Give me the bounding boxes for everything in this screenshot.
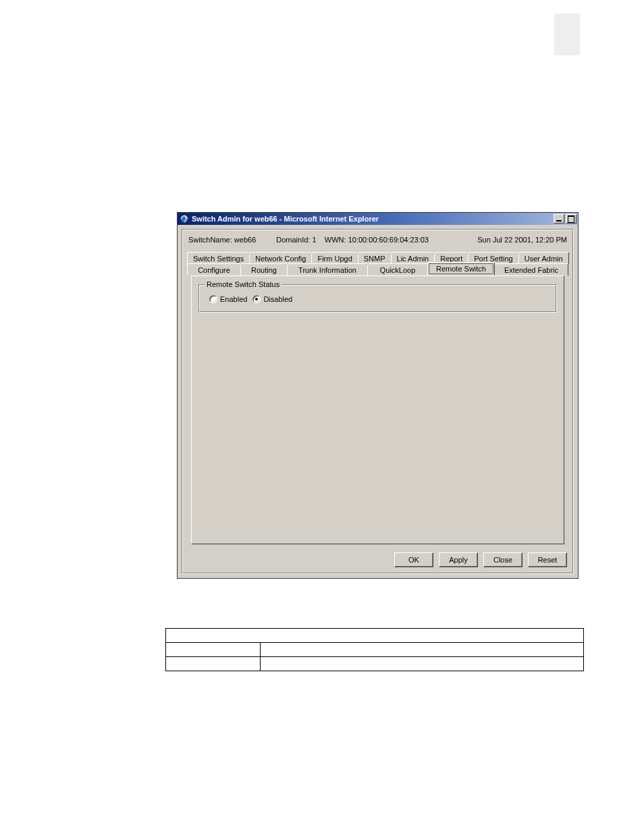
ok-button[interactable]: OK [394,552,433,567]
tab-remote-switch[interactable]: Remote Switch [427,262,495,276]
radio-disabled[interactable]: Disabled [252,295,292,303]
radio-enabled-label: Enabled [220,295,247,303]
radio-disabled-label: Disabled [263,295,292,303]
tab-extended-fabric[interactable]: Extended Fabric [494,263,568,276]
domainid-value: 1 [312,236,316,244]
table-cell [261,657,584,671]
tab-network-config[interactable]: Network Config [249,252,312,264]
table-cell [261,643,584,657]
remote-switch-status-group: Remote Switch Status Enabled [198,284,557,313]
wwn-label: WWN: [325,236,346,244]
tab-firm-upgd[interactable]: Firm Upgd [311,252,358,264]
tab-quickloop[interactable]: QuickLoop [367,263,428,276]
table-cell [166,643,261,657]
timestamp: Sun Jul 22 2001, 12:20 PM [477,236,567,244]
window-title: Switch Admin for web66 - Microsoft Inter… [192,215,554,223]
table-cell [166,657,261,671]
description-table [165,628,584,671]
switchname-value: web66 [234,236,256,244]
tab-strip: Switch Settings Network Config Firm Upgd… [183,252,572,544]
radio-icon [209,295,217,303]
tab-trunk-information[interactable]: Trunk Information [287,263,368,276]
window-titlebar[interactable]: Switch Admin for web66 - Microsoft Inter… [178,213,578,225]
button-bar: OK Apply Close Reset [183,548,572,573]
tab-user-admin[interactable]: User Admin [518,252,569,264]
info-bar: SwitchName: web66 DomainId: 1 WWN: 10:00… [183,230,572,251]
reset-button[interactable]: Reset [528,552,567,567]
table-row [166,643,584,657]
group-legend: Remote Switch Status [205,280,281,288]
window-minimize-button[interactable] [554,214,564,224]
switchname-label: SwitchName: [188,236,232,244]
wwn-value: 10:00:00:60:69:04:23:03 [348,236,429,244]
tab-routing[interactable]: Routing [240,263,288,276]
table-row [166,657,584,671]
domainid-label: DomainId: [276,236,310,244]
tab-switch-settings[interactable]: Switch Settings [187,252,250,264]
ie-icon [180,214,189,224]
close-button[interactable]: Close [483,552,522,567]
radio-enabled[interactable]: Enabled [209,295,247,303]
radio-icon [252,295,261,303]
tab-configure[interactable]: Configure [187,263,241,276]
ie-window: Switch Admin for web66 - Microsoft Inter… [177,212,579,579]
svg-point-0 [181,215,188,223]
apply-button[interactable]: Apply [439,552,478,567]
tab-panel-remote-switch: Remote Switch Status Enabled [191,276,564,544]
table-head [166,629,584,643]
page-side-box [554,14,580,55]
window-maximize-button[interactable] [566,214,576,224]
tab-snmp[interactable]: SNMP [358,252,392,264]
